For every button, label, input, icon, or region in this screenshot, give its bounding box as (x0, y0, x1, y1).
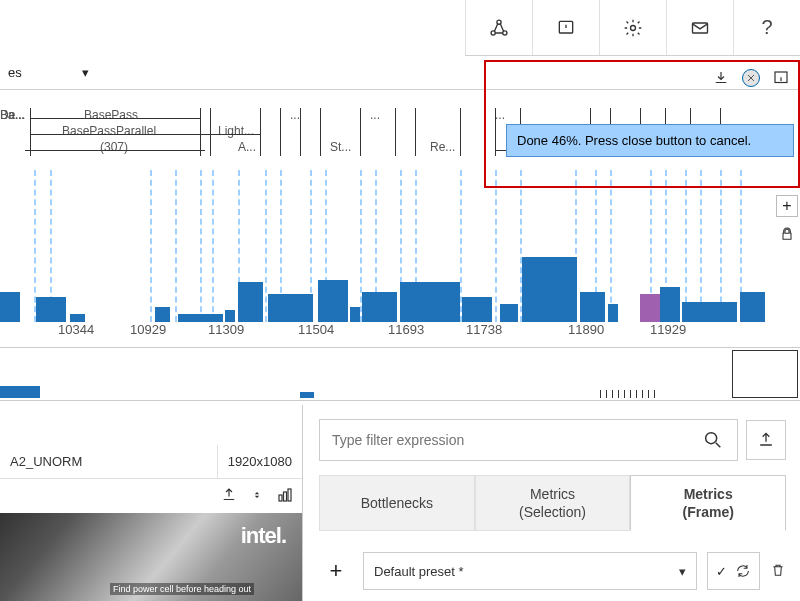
trash-icon (770, 562, 786, 578)
view-dropdown-bar: es ▾ (0, 56, 800, 90)
view-dropdown[interactable]: es ▾ (0, 56, 97, 89)
tab-label: Metrics (Frame) (683, 485, 734, 521)
axis-tick: 11504 (298, 322, 334, 337)
download-icon (712, 69, 730, 87)
dropdown-label: es (8, 65, 22, 80)
tab-label: Metrics (Selection) (519, 485, 586, 521)
chevron-down-icon: ▾ (82, 65, 89, 80)
svg-point-0 (497, 20, 501, 24)
svg-rect-7 (279, 495, 282, 501)
graph-icon (489, 18, 509, 38)
svg-point-4 (631, 25, 636, 30)
capture-toolbar (708, 66, 794, 90)
timeline-chart[interactable] (0, 170, 800, 322)
svg-point-10 (706, 433, 717, 444)
axis-tick: 11738 (466, 322, 502, 337)
resolution-label: 1920x1080 (217, 445, 302, 478)
axis-tick: 10344 (58, 322, 94, 337)
svg-rect-9 (288, 489, 291, 501)
format-label: A2_UNORM (0, 454, 92, 469)
chevron-down-icon: ▾ (679, 564, 686, 579)
lower-panels: A2_UNORM 1920x1080 intel. Find power cel… (0, 405, 800, 601)
mail-button[interactable] (666, 0, 733, 55)
refresh-icon[interactable] (735, 563, 751, 579)
intel-logo: intel. (241, 523, 286, 549)
graph-tool-button[interactable] (465, 0, 532, 55)
lock-icon (779, 226, 795, 242)
overview-strip[interactable] (0, 347, 800, 401)
confirm-button[interactable]: ✓ (716, 564, 727, 579)
close-icon (742, 69, 760, 87)
metrics-panel: Bottlenecks Metrics (Selection) Metrics … (303, 405, 800, 601)
svg-rect-8 (284, 492, 287, 501)
status-message: Done 46%. Press close button to cancel. (506, 124, 794, 157)
svg-rect-5 (693, 23, 708, 33)
cancel-button[interactable] (738, 66, 764, 90)
share-button[interactable] (746, 420, 786, 460)
x-axis: 10344 10929 11309 11504 11693 11738 1189… (0, 322, 800, 344)
feedback-icon (556, 18, 576, 38)
zoom-in-button[interactable]: + (776, 195, 798, 217)
preset-select[interactable]: Default preset * ▾ (363, 552, 697, 590)
top-toolbar: ? (465, 0, 800, 56)
gear-icon (623, 18, 643, 38)
bars-icon[interactable] (276, 486, 294, 504)
delete-button[interactable] (770, 562, 786, 581)
feedback-button[interactable] (532, 0, 599, 55)
plus-icon: + (330, 558, 343, 584)
svg-point-2 (503, 30, 507, 34)
preset-row: + Default preset * ▾ ✓ (319, 551, 786, 591)
zoom-controls: + (776, 195, 798, 245)
filter-input[interactable] (319, 419, 738, 461)
tab-metrics-frame[interactable]: Metrics (Frame) (630, 475, 786, 531)
tab-bottlenecks[interactable]: Bottlenecks (319, 475, 475, 531)
lock-button[interactable] (776, 223, 798, 245)
metrics-tabs: Bottlenecks Metrics (Selection) Metrics … (319, 475, 786, 531)
axis-tick: 11929 (650, 322, 686, 337)
resource-info-row: A2_UNORM 1920x1080 (0, 445, 302, 479)
info-button[interactable] (768, 66, 794, 90)
resource-icon-row (212, 480, 302, 510)
tab-metrics-selection[interactable]: Metrics (Selection) (475, 475, 631, 531)
settings-button[interactable] (599, 0, 666, 55)
mail-icon (690, 18, 710, 38)
overview-ruler (600, 386, 800, 400)
plus-icon: + (782, 197, 791, 215)
axis-tick: 10929 (130, 322, 166, 337)
add-preset-button[interactable]: + (319, 554, 353, 588)
help-button[interactable]: ? (733, 0, 800, 55)
resource-panel: A2_UNORM 1920x1080 intel. Find power cel… (0, 405, 303, 601)
axis-tick: 11890 (568, 322, 604, 337)
axis-tick: 11693 (388, 322, 424, 337)
svg-point-1 (491, 30, 495, 34)
tab-label: Bottlenecks (361, 494, 433, 512)
search-icon[interactable] (702, 429, 724, 451)
download-button[interactable] (708, 66, 734, 90)
preset-ops: ✓ (707, 552, 760, 590)
export-icon[interactable] (220, 486, 238, 504)
axis-tick: 11309 (208, 322, 244, 337)
info-icon (772, 69, 790, 87)
collapse-icon[interactable] (248, 486, 266, 504)
share-icon (756, 430, 776, 450)
help-icon: ? (761, 16, 772, 39)
preset-label: Default preset * (374, 564, 464, 579)
preview-hint: Find power cell before heading out (110, 583, 254, 595)
